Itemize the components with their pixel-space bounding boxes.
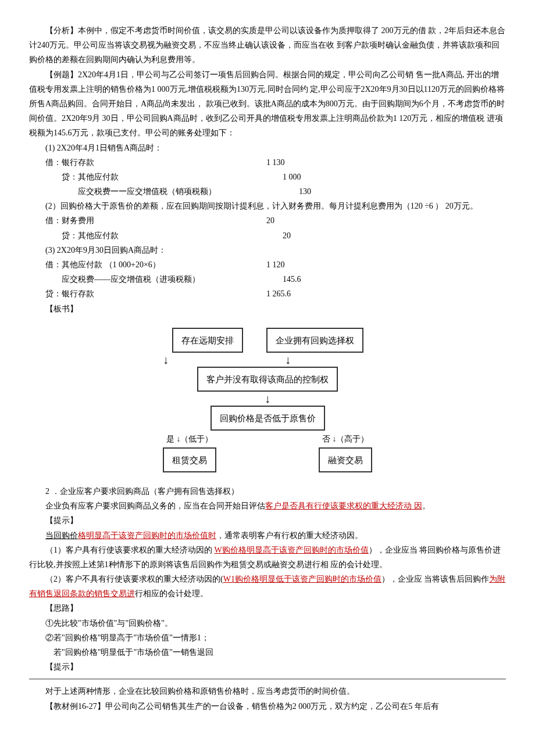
- diagram-box: 融资交易: [319, 447, 372, 472]
- step3-title: (3) 2X20年9月30日回购A商品时：: [29, 243, 506, 257]
- diagram-box: 客户并没有取得该商品的控制权: [197, 367, 338, 392]
- section2-p1: 企业负有应客户要求回购商品义务的，应当在合同开始日评估客户是否具有行使该要求权的…: [29, 499, 506, 513]
- example2-text: 【教材例16-27】甲公司向乙公司销售其生产的一台设备，销售价格为2 000万元…: [29, 699, 506, 714]
- journal-row: 贷：其他应付款1 000: [29, 170, 506, 184]
- journal-row: 借：银行存款1 130: [29, 155, 506, 170]
- journal-row: 贷：银行存款1 265.6: [29, 286, 506, 301]
- analysis-para: 【分析】本例中，假定不考虑货币时间价值，该交易的实质是甲公司以该设备作为质押取得…: [29, 23, 506, 67]
- flowchart-diagram: 存在远期安排 企业拥有回购选择权 ↓ ↓ 客户并没有取得该商品的控制权 ↓ 回购…: [29, 328, 506, 472]
- silu-item: 若"回购价格"明显低于"市场价值"一销售退回: [29, 645, 506, 660]
- tip-label: 【提示】: [29, 513, 506, 528]
- section2-p3: （2）客户不具有行使该要求权的重大经济动因的(W1购价格明显低于该资产回购时的市…: [29, 572, 506, 601]
- tip2-text: 对于上述两种情形，企业在比较回购价格和原销售价格时，应当考虑货币的时间价值。: [29, 684, 506, 698]
- tip-text: 当回购价格明显高于该资产回购时的市场价值时，通常表明客户有行权的重大经济动因。: [29, 528, 506, 543]
- arrow-down-icon: ↓: [163, 354, 169, 366]
- section2-p2: （1）客户具有行使该要求权的重大经济动因的 W购价格明显高于该资产回购时的市场价…: [29, 543, 506, 572]
- journal-row: 借：财务费用20: [29, 213, 506, 228]
- diagram-box: 回购价格是否低于原售价: [211, 406, 325, 431]
- example-para: 【例题】2X20年4月1日，甲公司与乙公司签订一项售后回购合同。根据合同的规定，…: [29, 67, 506, 141]
- section2-title: 2 ．企业应客户要求回购商品（客户拥有回售选择权）: [29, 484, 506, 499]
- diagram-box: 租赁交易: [163, 447, 216, 472]
- tip2-label: 【提示】: [29, 660, 506, 674]
- silu-item: ①先比较"市场价值"与"回购价格"。: [29, 616, 506, 630]
- separator-line: [29, 679, 506, 679]
- journal-row: 应交税费一一应交增值税（销项税额）130: [29, 184, 506, 199]
- silu-item: ②若"回购价格"明显高于"市场价值"一情形1；: [29, 630, 506, 645]
- arrow-down-icon: ↓: [285, 354, 291, 366]
- arrow-down-icon: ↓: [163, 393, 372, 404]
- banshu-label: 【板书】: [29, 302, 506, 316]
- journal-row: 借：其他应付款 （1 000+20×6）1 120: [29, 257, 506, 272]
- journal-row: 应交税费——应交增值税（进项税额）145.6: [29, 272, 506, 286]
- diagram-box: 存在远期安排: [172, 328, 243, 353]
- step1-title: (1) 2X20年4月1日销售A商品时：: [29, 141, 506, 155]
- journal-row: 贷：其他应付款20: [29, 228, 506, 243]
- step2-title: (2）回购价格大于原售价的差额，应在回购期间按期计提利息，计入财务费用。每月计提…: [29, 199, 506, 213]
- diagram-box: 企业拥有回购选择权: [266, 328, 363, 353]
- silu-label: 【思路】: [29, 601, 506, 615]
